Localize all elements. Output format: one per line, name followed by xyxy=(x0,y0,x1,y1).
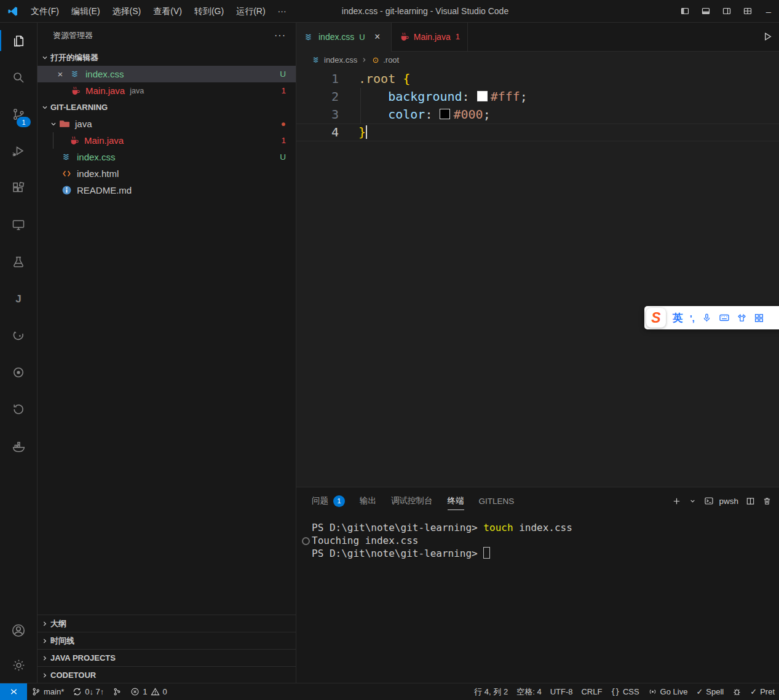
activitybar-history[interactable] xyxy=(0,391,37,428)
menu-run[interactable]: 运行(R) xyxy=(230,3,271,19)
section-label: 时间线 xyxy=(50,635,74,647)
split-terminal-button[interactable] xyxy=(746,497,755,506)
folder-name: java xyxy=(75,119,92,129)
ime-punctuation-toggle[interactable]: ', xyxy=(690,313,695,323)
breadcrumb-file[interactable]: index.css xyxy=(324,55,357,65)
editor-tab-bar: index.css U × Main.java 1 xyxy=(296,22,779,52)
command-decoration-icon[interactable] xyxy=(302,537,310,545)
menu-edit[interactable]: 编辑(E) xyxy=(65,3,106,19)
source-control-graph-button[interactable] xyxy=(108,683,126,700)
go-live-button[interactable]: Go Live xyxy=(644,683,692,700)
breadcrumb-symbol[interactable]: .root xyxy=(383,55,399,65)
tab-git-badge: U xyxy=(359,33,365,42)
run-file-button[interactable] xyxy=(762,31,773,42)
section-timeline[interactable]: 时间线 xyxy=(37,632,296,649)
prettier-status[interactable]: ✓ Pret xyxy=(746,683,779,700)
keyboard-icon[interactable] xyxy=(719,312,730,323)
bug-status-button[interactable] xyxy=(728,683,746,700)
activitybar-testing[interactable] xyxy=(0,243,37,280)
section-java-projects[interactable]: JAVA PROJECTS xyxy=(37,649,296,666)
toggle-primary-sidebar-button[interactable] xyxy=(674,0,695,22)
panel-tab-terminal[interactable]: 终端 xyxy=(448,487,464,514)
menu-go[interactable]: 转到(G) xyxy=(188,3,230,19)
open-editor-index-css[interactable]: × index.css U xyxy=(37,66,296,82)
encoding-setting[interactable]: UTF-8 xyxy=(546,683,577,700)
terminal-icon[interactable] xyxy=(704,496,714,506)
settings-button[interactable] xyxy=(0,648,37,682)
menu-file[interactable]: 文件(F) xyxy=(25,3,65,19)
kill-terminal-button[interactable] xyxy=(762,497,772,506)
toggle-panel-button[interactable] xyxy=(695,0,716,22)
ime-language-toggle[interactable]: 英 xyxy=(673,311,683,325)
activitybar-java[interactable]: J xyxy=(0,280,37,317)
microphone-icon[interactable] xyxy=(702,313,712,323)
code-line-4: 4 } xyxy=(296,124,779,141)
menu-more[interactable]: ··· xyxy=(272,3,293,19)
code-line-2: 2 background: #fff; xyxy=(296,88,779,106)
panel-tab-debug-console[interactable]: 调试控制台 xyxy=(391,487,433,514)
sidebar-more-actions-button[interactable]: ··· xyxy=(274,30,286,41)
problems-status[interactable]: 1 0 xyxy=(126,683,171,700)
activitybar-explorer[interactable] xyxy=(0,22,37,59)
braces-icon: {} xyxy=(611,688,619,696)
close-icon[interactable]: × xyxy=(55,69,65,79)
toolbox-grid-icon[interactable] xyxy=(754,313,764,323)
color-swatch-black[interactable] xyxy=(440,109,450,119)
open-editors-header[interactable]: 打开的编辑器 xyxy=(37,49,296,66)
open-editor-main-java[interactable]: Main.java java 1 xyxy=(37,82,296,99)
activitybar-source-control[interactable]: 1 xyxy=(0,96,37,133)
cursor-position[interactable]: 行 4, 列 2 xyxy=(470,683,512,700)
title-bar: 文件(F) 编辑(E) 选择(S) 查看(V) 转到(G) 运行(R) ··· … xyxy=(0,0,779,23)
close-brace-token: } xyxy=(358,125,366,140)
toggle-secondary-sidebar-button[interactable] xyxy=(716,0,737,22)
tree-file-index-css[interactable]: index.css U xyxy=(37,149,296,165)
broadcast-icon xyxy=(648,687,657,696)
menu-view[interactable]: 查看(V) xyxy=(147,3,188,19)
explorer-sidebar: 资源管理器 ··· 打开的编辑器 × index.css U Main.java… xyxy=(37,22,296,683)
activitybar-remote-explorer[interactable] xyxy=(0,206,37,243)
minimize-button[interactable]: – xyxy=(758,0,779,22)
new-terminal-button[interactable] xyxy=(672,497,681,506)
code-editor[interactable]: 1 .root { 2 background: #fff; 3 color: #… xyxy=(296,68,779,487)
encoding-text: UTF-8 xyxy=(550,687,573,696)
tab-index-css[interactable]: index.css U × xyxy=(296,22,392,52)
panel-tab-problems[interactable]: 问题 1 xyxy=(312,487,345,514)
menu-selection[interactable]: 选择(S) xyxy=(106,3,148,19)
remote-indicator[interactable] xyxy=(0,683,27,700)
panel-tab-output[interactable]: 输出 xyxy=(360,487,376,514)
sogou-logo[interactable]: S xyxy=(646,308,666,328)
accounts-button[interactable] xyxy=(0,613,37,648)
customize-layout-button[interactable] xyxy=(737,0,758,22)
color-swatch-white[interactable] xyxy=(477,91,488,101)
section-codetour[interactable]: CODETOUR xyxy=(37,666,296,683)
section-outline[interactable]: 大纲 xyxy=(37,615,296,632)
line-number: 1 xyxy=(296,70,339,88)
activitybar-search[interactable] xyxy=(0,59,37,96)
tree-folder-java[interactable]: java ● xyxy=(37,116,296,132)
tree-file-index-html[interactable]: index.html xyxy=(37,165,296,182)
activitybar-record-target[interactable] xyxy=(0,354,37,391)
terminal-output[interactable]: PS D:\git\note\git-learning> touch index… xyxy=(296,514,779,683)
activitybar-run-debug[interactable] xyxy=(0,133,37,170)
skin-shirt-icon[interactable] xyxy=(737,313,747,323)
close-icon[interactable]: × xyxy=(371,31,384,43)
tree-file-main-java[interactable]: Main.java 1 xyxy=(37,132,296,149)
panel-tab-gitlens[interactable]: GITLENS xyxy=(479,487,515,514)
tab-main-java[interactable]: Main.java 1 xyxy=(392,22,468,51)
language-mode[interactable]: {} CSS xyxy=(606,683,643,700)
workspace-header[interactable]: GIT-LEARNING xyxy=(37,99,296,116)
terminal-shell-label[interactable]: pwsh xyxy=(719,497,738,506)
spell-checker-status[interactable]: ✓ Spell xyxy=(692,683,728,700)
vscode-window: 文件(F) 编辑(E) 选择(S) 查看(V) 转到(G) 运行(R) ··· … xyxy=(0,0,779,700)
tree-file-readme[interactable]: README.md xyxy=(37,182,296,199)
indentation-setting[interactable]: 空格: 4 xyxy=(512,683,545,700)
activitybar-docker[interactable] xyxy=(0,428,37,465)
code-content: 1 .root { 2 background: #fff; 3 color: #… xyxy=(296,68,779,141)
sync-status[interactable]: 0↓ 7↑ xyxy=(68,683,108,700)
activitybar-gradle[interactable] xyxy=(0,317,37,354)
terminal-dropdown-button[interactable] xyxy=(689,497,697,505)
activitybar-extensions[interactable] xyxy=(0,170,37,206)
section-label: 大纲 xyxy=(50,618,66,629)
eol-setting[interactable]: CRLF xyxy=(577,683,606,700)
git-branch-status[interactable]: main* xyxy=(27,683,68,700)
